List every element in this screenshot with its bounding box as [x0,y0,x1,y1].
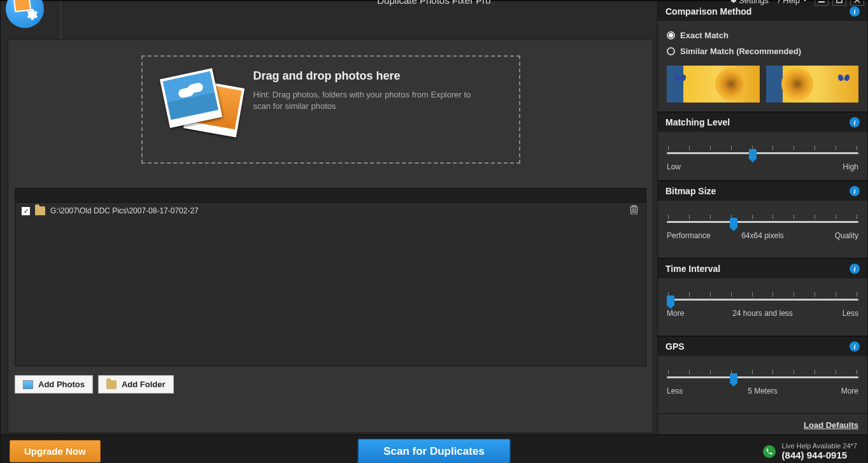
gps-header: GPS i [658,337,867,356]
exact-match-label: Exact Match [680,31,729,40]
similar-match-label: Similar Match (Recommended) [680,46,801,56]
time-interval-slider[interactable]: 24 hours and less [667,292,858,304]
info-icon[interactable]: i [850,264,860,274]
radio-icon [667,31,675,39]
app-title: Duplicate Photos Fixer Pro [377,0,490,6]
file-path: G:\2007\Old DDC Pics\2007-08-17-0702-27 [50,206,199,215]
maximize-button[interactable] [832,0,846,6]
load-defaults-link[interactable]: Load Defaults [804,420,858,430]
time-interval-title: Time Interval [665,264,720,274]
sample-image-right [766,66,859,103]
photo-icon [23,380,33,389]
phone-icon [763,445,776,458]
close-button[interactable] [850,0,864,6]
matching-high-label: High [843,162,858,171]
gps-value-label: 5 Meters [748,387,778,395]
sample-image-left [667,66,760,103]
help-button[interactable]: ? Help [774,0,811,6]
file-row[interactable]: ✓ G:\2007\Old DDC Pics\2007-08-17-0702-2… [15,203,646,219]
minimize-button[interactable] [815,0,829,6]
live-help-text: Live Help Available 24*7 [782,442,857,450]
matching-low-label: Low [667,162,681,171]
add-photos-button[interactable]: Add Photos [15,375,93,394]
gps-more-label: More [841,387,858,395]
scan-button[interactable]: Scan for Duplicates [357,439,511,464]
add-photos-label: Add Photos [38,380,85,389]
gps-slider[interactable]: 5 Meters [667,370,858,381]
svg-rect-0 [818,1,825,3]
bitmap-size-title: Bitmap Size [665,186,716,196]
info-icon[interactable]: i [850,186,860,196]
phone-number: (844) 944-0915 [782,450,857,460]
live-help-block[interactable]: Live Help Available 24*7 (844) 944-0915 [763,442,857,460]
gear-icon [729,0,737,4]
dropzone-thumbnail-icon [160,69,237,139]
matching-level-title: Matching Level [665,117,730,127]
sidebar: Comparison Method i Exact Match Similar … [657,1,867,434]
footer: Upgrade Now Scan for Duplicates Live Hel… [1,434,867,463]
time-less-label: Less [843,309,858,318]
time-interval-header: Time Interval i [658,259,867,278]
time-more-label: More [667,309,684,318]
time-value-label: 24 hours and less [732,309,793,318]
bitmap-value-label: 64x64 pixels [741,231,784,240]
matching-level-slider[interactable] [667,146,858,157]
dropzone-hint: Hint: Drag photos, folders with your pho… [253,89,483,112]
titlebar: Duplicate Photos Fixer Pro Settings ? He… [0,0,868,1]
dropzone[interactable]: Drag and drop photos here Hint: Drag pho… [141,55,520,164]
folder-icon [35,206,45,215]
upgrade-button[interactable]: Upgrade Now [10,440,101,462]
folder-icon [106,380,117,389]
add-folder-label: Add Folder [122,380,166,389]
dropzone-heading: Drag and drop photos here [253,69,483,83]
file-checkbox[interactable]: ✓ [22,207,30,215]
file-list: ✓ G:\2007\Old DDC Pics\2007-08-17-0702-2… [15,188,646,366]
file-list-header [15,189,646,203]
help-label: Help [783,0,800,5]
gps-title: GPS [665,341,685,352]
radio-icon [667,47,675,55]
settings-button[interactable]: Settings [727,0,771,6]
bitmap-perf-label: Performance [667,231,711,240]
svg-rect-1 [837,0,842,3]
comparison-preview [667,66,858,103]
info-icon[interactable]: i [850,6,860,17]
bitmap-size-slider[interactable]: 64x64 pixels [667,215,858,226]
trash-icon[interactable] [630,205,638,217]
bitmap-qual-label: Quality [835,231,858,240]
help-question-icon: ? [776,0,781,5]
info-icon[interactable]: i [850,117,860,127]
chevron-down-icon [802,0,808,3]
gps-less-label: Less [667,387,683,395]
central-panel: Drag and drop photos here Hint: Drag pho… [8,39,653,433]
app-logo [6,0,44,28]
comparison-method-title: Comparison Method [665,6,751,17]
matching-level-header: Matching Level i [658,113,867,132]
settings-label: Settings [739,0,769,5]
bitmap-size-header: Bitmap Size i [658,182,867,201]
add-folder-button[interactable]: Add Folder [98,375,174,394]
radio-similar-match[interactable]: Similar Match (Recommended) [667,43,858,59]
info-icon[interactable]: i [850,341,860,352]
radio-exact-match[interactable]: Exact Match [667,27,858,43]
